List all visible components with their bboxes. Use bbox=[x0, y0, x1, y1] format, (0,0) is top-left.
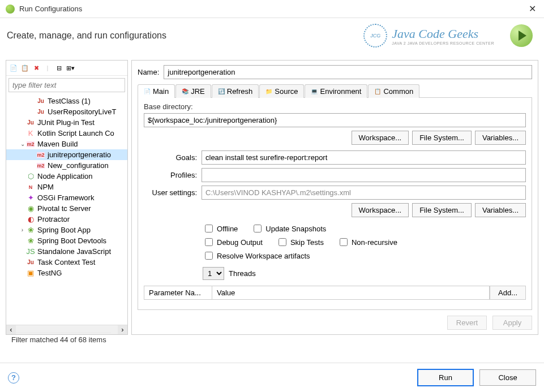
tree-item[interactable]: JuUserRepositoryLiveT bbox=[6, 106, 127, 117]
tab-jre[interactable]: 📚JRE bbox=[175, 84, 211, 98]
tab-common[interactable]: 📋Common bbox=[368, 84, 419, 98]
expand-icon[interactable]: ⊟ bbox=[54, 63, 64, 73]
run-button[interactable]: Run bbox=[417, 369, 474, 386]
variables-button-2[interactable]: Variables... bbox=[475, 203, 526, 217]
close-icon[interactable]: ✕ bbox=[526, 3, 538, 14]
tree-item[interactable]: JSStandalone JavaScript bbox=[6, 246, 127, 257]
config-tree[interactable]: JuTestClass (1)JuUserRepositoryLiveTJuJU… bbox=[6, 94, 127, 325]
parameter-table: Parameter Na... Value Add... bbox=[144, 286, 526, 300]
tab-main-panel: Base directory: Workspace... File System… bbox=[138, 98, 532, 310]
tree-item[interactable]: ✦OSGi Framework bbox=[6, 192, 127, 203]
update-snapshots-checkbox[interactable]: Update Snapshots bbox=[251, 223, 326, 234]
filter-status: Filter matched 44 of 68 items bbox=[7, 333, 111, 346]
goals-input[interactable] bbox=[202, 150, 526, 165]
filesystem-button-2[interactable]: File System... bbox=[412, 203, 472, 217]
filter-input[interactable] bbox=[8, 78, 125, 92]
apply-button: Apply bbox=[492, 316, 532, 330]
profiles-input[interactable] bbox=[202, 168, 526, 182]
window-title: Run Configurations bbox=[19, 5, 526, 13]
tab-source[interactable]: 📁Source bbox=[259, 84, 304, 98]
filesystem-button[interactable]: File System... bbox=[412, 131, 472, 145]
tree-item[interactable]: JuTestClass (1) bbox=[6, 96, 127, 106]
brand-name: Java Code Geeks bbox=[392, 27, 494, 41]
tree-item[interactable]: JuJUnit Plug-in Test bbox=[6, 117, 127, 128]
resolve-workspace-checkbox[interactable]: Resolve Workspace artifacts bbox=[203, 250, 310, 261]
offline-checkbox[interactable]: Offline bbox=[203, 223, 238, 234]
tab-main[interactable]: 📄Main bbox=[138, 84, 175, 98]
tree-item[interactable]: NNPM bbox=[6, 182, 127, 192]
tree-item[interactable]: m2junitreportgeneratio bbox=[6, 149, 127, 160]
tree-item[interactable]: ❀Spring Boot Devtools bbox=[6, 235, 127, 246]
name-input[interactable] bbox=[164, 65, 532, 79]
tab-refresh[interactable]: 🔃Refresh bbox=[212, 84, 259, 98]
close-button[interactable]: Close bbox=[479, 369, 536, 386]
tree-item[interactable]: m2New_configuration bbox=[6, 160, 127, 171]
param-name-header[interactable]: Parameter Na... bbox=[144, 286, 212, 299]
duplicate-icon[interactable]: 📋 bbox=[20, 63, 30, 73]
banner: Create, manage, and run configurations J… bbox=[0, 18, 544, 57]
non-recursive-checkbox[interactable]: Non-recursive bbox=[337, 236, 397, 248]
goals-label: Goals: bbox=[144, 153, 197, 162]
delete-icon[interactable]: ✖ bbox=[31, 63, 41, 73]
workspace-button[interactable]: Workspace... bbox=[352, 131, 409, 145]
tree-item[interactable]: ▣TestNG bbox=[6, 268, 127, 278]
tree-item[interactable]: ⌄m2Maven Build bbox=[6, 139, 127, 149]
collapse-icon[interactable]: ⊞▾ bbox=[65, 63, 75, 73]
jcg-logo-icon: JCG bbox=[363, 24, 387, 48]
play-icon[interactable] bbox=[510, 24, 533, 47]
profiles-label: Profiles: bbox=[144, 171, 197, 179]
tree-item[interactable]: ◉Pivotal tc Server bbox=[6, 203, 127, 214]
brand-tagline: Java 2 Java Developers Resource Center bbox=[392, 41, 494, 45]
tab-bar: 📄Main📚JRE🔃Refresh📁Source💻Environment📋Com… bbox=[138, 84, 532, 98]
new-config-icon[interactable]: 📄 bbox=[8, 63, 19, 73]
threads-select[interactable]: 1 bbox=[203, 267, 224, 280]
left-pane: 📄 📋 ✖ | ⊟ ⊞▾ JuTestClass (1)JuUserReposi… bbox=[6, 60, 128, 335]
workspace-button-2[interactable]: Workspace... bbox=[352, 203, 409, 217]
param-value-header[interactable]: Value bbox=[212, 286, 490, 299]
eclipse-icon bbox=[6, 5, 15, 14]
tree-item[interactable]: KKotlin Script Launch Co bbox=[6, 128, 127, 139]
tree-toolbar: 📄 📋 ✖ | ⊟ ⊞▾ bbox=[6, 61, 127, 76]
brand-logo: JCG Java Code Geeks Java 2 Java Develope… bbox=[363, 24, 533, 48]
revert-button: Revert bbox=[447, 316, 487, 330]
variables-button[interactable]: Variables... bbox=[475, 131, 526, 145]
base-dir-label: Base directory: bbox=[144, 102, 526, 111]
base-dir-input[interactable] bbox=[144, 113, 526, 127]
usersettings-label: User settings: bbox=[144, 188, 197, 197]
skip-tests-checkbox[interactable]: Skip Tests bbox=[276, 236, 324, 248]
tree-item[interactable]: ›❀Spring Boot App bbox=[6, 225, 127, 235]
headline: Create, manage, and run configurations bbox=[7, 31, 363, 41]
add-button[interactable]: Add... bbox=[490, 286, 525, 299]
help-icon[interactable]: ? bbox=[8, 372, 19, 384]
threads-label: Threads bbox=[229, 269, 256, 278]
tree-item[interactable]: ◐Protractor bbox=[6, 214, 127, 225]
right-pane: Name: 📄Main📚JRE🔃Refresh📁Source💻Environme… bbox=[131, 60, 538, 335]
name-label: Name: bbox=[138, 68, 159, 76]
titlebar: Run Configurations ✕ bbox=[0, 0, 544, 18]
debug-output-checkbox[interactable]: Debug Output bbox=[203, 236, 263, 248]
tree-item[interactable]: ⬡Node Application bbox=[6, 171, 127, 182]
footer: ? Run Close bbox=[0, 363, 544, 392]
tab-environment[interactable]: 💻Environment bbox=[305, 84, 367, 98]
tree-item[interactable]: JuTask Context Test bbox=[6, 257, 127, 268]
usersettings-input[interactable] bbox=[202, 186, 526, 200]
separator: | bbox=[42, 63, 53, 73]
